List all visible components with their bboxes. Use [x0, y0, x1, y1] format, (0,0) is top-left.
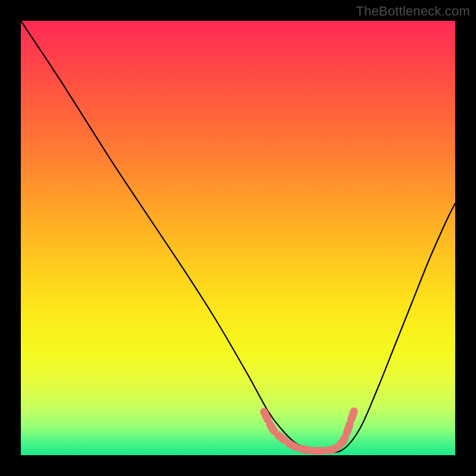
watermark-text: TheBottleneck.com — [356, 4, 470, 19]
curve-layer — [21, 21, 455, 455]
highlight-band-path — [264, 408, 355, 451]
bottleneck-curve-path — [21, 21, 455, 452]
chart-frame: TheBottleneck.com — [0, 0, 476, 476]
